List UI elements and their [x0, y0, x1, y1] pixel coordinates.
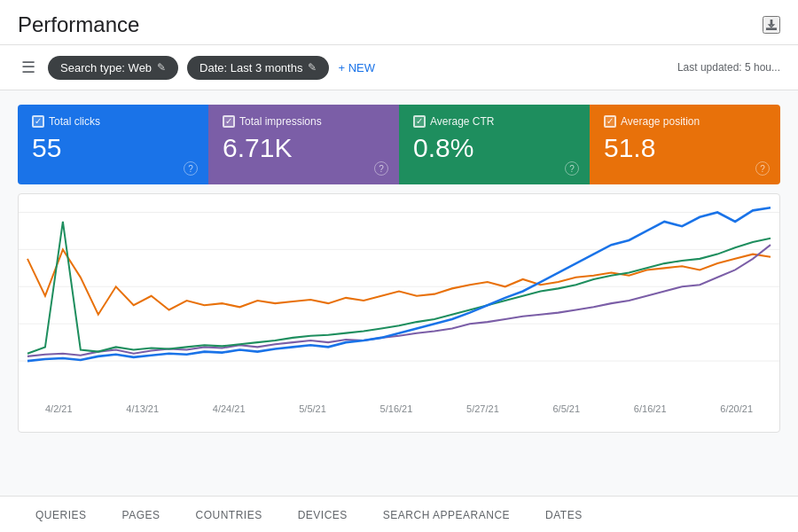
x-label-9: 6/20/21 — [720, 403, 753, 414]
metric-impressions[interactable]: Total impressions 6.71K ? — [208, 105, 399, 184]
filter-icon: ☰ — [21, 59, 35, 76]
x-label-4: 5/5/21 — [299, 403, 326, 414]
new-label: + NEW — [338, 61, 375, 74]
chart-area: 4/2/21 4/13/21 4/24/21 5/5/21 5/16/21 5/… — [18, 193, 780, 433]
x-label-1: 4/2/21 — [45, 403, 73, 414]
metric-impressions-value: 6.71K — [223, 135, 385, 161]
metric-clicks-value: 55 — [32, 135, 194, 161]
page-header: Performance — [0, 0, 798, 45]
edit-icon: ✎ — [157, 61, 166, 74]
metric-ctr-value: 0.8% — [413, 135, 575, 161]
search-type-label: Search type: Web — [60, 61, 152, 74]
metric-clicks-help[interactable]: ? — [184, 161, 198, 176]
tab-countries[interactable]: COUNTRIES — [177, 497, 279, 532]
x-label-8: 6/16/21 — [634, 403, 667, 414]
metric-ctr[interactable]: Average CTR 0.8% ? — [399, 105, 590, 184]
metric-impressions-checkbox[interactable] — [223, 115, 235, 128]
page-title: Performance — [18, 12, 139, 37]
metric-ctr-label: Average CTR — [413, 115, 575, 128]
x-label-3: 4/24/21 — [213, 403, 246, 414]
metric-position-label: Average position — [604, 115, 766, 128]
tab-devices[interactable]: DEVICES — [280, 497, 365, 532]
toolbar: ☰ Search type: Web ✎ Date: Last 3 months… — [0, 45, 798, 90]
new-button[interactable]: + NEW — [338, 61, 375, 74]
metrics-row: Total clicks 55 ? Total impressions 6.71… — [18, 105, 780, 184]
metric-impressions-help[interactable]: ? — [374, 161, 388, 176]
clicks-line — [27, 207, 771, 361]
tab-pages[interactable]: PAGES — [105, 497, 178, 532]
metric-impressions-label: Total impressions — [223, 115, 385, 128]
metric-position[interactable]: Average position 51.8 ? — [590, 105, 780, 184]
search-type-button[interactable]: Search type: Web ✎ — [48, 56, 178, 80]
x-label-2: 4/13/21 — [126, 403, 159, 414]
date-label: Date: Last 3 months — [200, 61, 302, 74]
date-filter-button[interactable]: Date: Last 3 months ✎ — [187, 56, 329, 80]
metric-ctr-checkbox[interactable] — [413, 115, 426, 128]
edit-icon-date: ✎ — [308, 61, 317, 74]
x-label-7: 6/5/21 — [553, 403, 581, 414]
download-button[interactable] — [763, 16, 780, 34]
impressions-line — [27, 245, 771, 356]
metric-position-help[interactable]: ? — [755, 161, 770, 176]
metric-position-value: 51.8 — [604, 135, 766, 161]
position-line — [27, 249, 771, 314]
tab-dates[interactable]: DATES — [528, 497, 600, 532]
metric-clicks[interactable]: Total clicks 55 ? — [18, 105, 208, 184]
performance-chart — [19, 203, 779, 398]
metric-clicks-checkbox[interactable] — [32, 115, 44, 128]
metric-clicks-label: Total clicks — [32, 115, 194, 128]
tab-search-appearance[interactable]: SEARCH APPEARANCE — [365, 497, 528, 532]
metric-position-checkbox[interactable] — [604, 115, 616, 128]
last-updated-text: Last updated: 5 hou... — [677, 61, 780, 74]
bottom-tabs-bar: QUERIES PAGES COUNTRIES DEVICES SEARCH A… — [0, 496, 798, 532]
x-axis-labels: 4/2/21 4/13/21 4/24/21 5/5/21 5/16/21 5/… — [19, 403, 779, 414]
filter-button[interactable]: ☰ — [18, 54, 39, 81]
x-label-6: 5/27/21 — [466, 403, 499, 414]
x-label-5: 5/16/21 — [380, 403, 413, 414]
tab-queries[interactable]: QUERIES — [18, 497, 105, 532]
metric-ctr-help[interactable]: ? — [565, 161, 579, 176]
